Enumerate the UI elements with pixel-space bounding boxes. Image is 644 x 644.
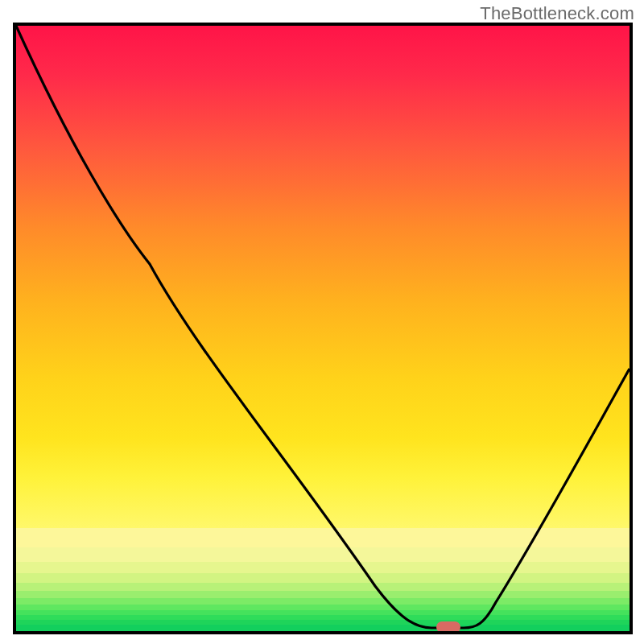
- optimal-marker: [436, 621, 460, 633]
- svg-rect-6: [16, 573, 630, 583]
- svg-rect-13: [16, 620, 630, 625]
- svg-rect-12: [16, 615, 630, 620]
- svg-rect-9: [16, 598, 630, 605]
- svg-rect-4: [16, 547, 630, 562]
- bottleneck-chart: [13, 23, 633, 634]
- svg-rect-11: [16, 610, 630, 615]
- svg-rect-7: [16, 583, 630, 591]
- svg-rect-10: [16, 605, 630, 610]
- watermark-text: TheBottleneck.com: [480, 3, 634, 24]
- svg-rect-5: [16, 562, 630, 573]
- svg-rect-8: [16, 591, 630, 598]
- svg-rect-2: [16, 26, 630, 528]
- svg-rect-14: [16, 625, 630, 631]
